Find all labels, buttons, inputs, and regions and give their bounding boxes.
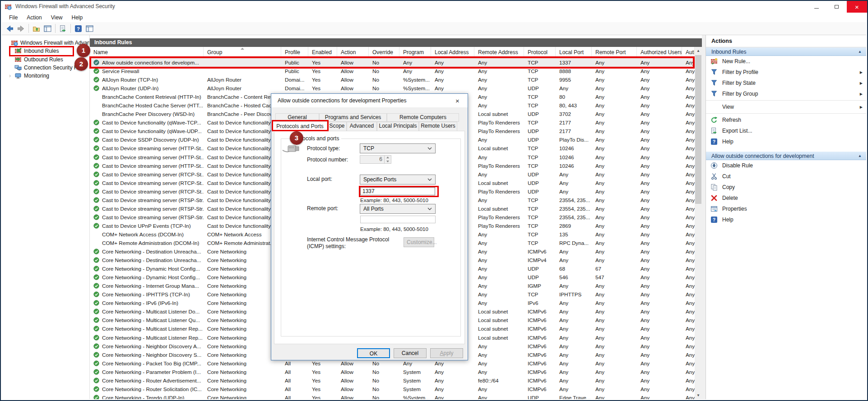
column-header-group[interactable]: Group xyxy=(204,47,281,58)
tab-protocols-and-ports[interactable]: Protocols and Ports xyxy=(273,121,327,132)
toolbar-separator xyxy=(28,24,29,33)
table-row[interactable]: Core Networking - Parameter Problem (I..… xyxy=(90,368,695,376)
action-export-list-[interactable]: Export List... xyxy=(706,125,866,136)
tab-advanced[interactable]: Advanced xyxy=(347,122,377,131)
apply-button[interactable]: Apply xyxy=(430,348,463,358)
rule-enabled-icon xyxy=(93,326,99,332)
action-delete[interactable]: Delete xyxy=(706,193,866,203)
column-header-program[interactable]: Program xyxy=(399,47,431,58)
toolbar: ? xyxy=(2,22,866,35)
table-row[interactable]: Core Networking - Router Solicitation (I… xyxy=(90,385,695,393)
panes-icon[interactable] xyxy=(42,23,53,34)
chevron-down-icon xyxy=(427,207,432,210)
svg-text:?: ? xyxy=(713,217,715,222)
column-header-remote-address[interactable]: Remote Address xyxy=(474,47,524,58)
spin-down-icon[interactable] xyxy=(385,160,391,164)
back-icon[interactable] xyxy=(4,23,15,34)
rule-enabled-icon xyxy=(93,386,99,392)
protocol-type-select[interactable]: TCP xyxy=(360,143,436,153)
close-button[interactable]: × xyxy=(847,1,867,13)
dialog-close-icon[interactable]: × xyxy=(447,94,468,107)
action-help[interactable]: ?Help xyxy=(706,136,866,147)
table-row[interactable]: AllJoyn Router (TCP-In)AllJoyn RouterDom… xyxy=(90,75,695,84)
action-properties[interactable]: Properties xyxy=(706,203,866,214)
rule-enabled-icon xyxy=(93,171,99,177)
column-header-override[interactable]: Override xyxy=(369,47,399,58)
cancel-button[interactable]: Cancel xyxy=(394,348,427,358)
action-filter-by-state[interactable]: Filter by State▶ xyxy=(706,78,866,88)
tab-remote-users[interactable]: Remote Users xyxy=(419,122,457,131)
column-header-name[interactable]: Name xyxy=(90,47,204,58)
minimize-button[interactable] xyxy=(806,1,826,13)
action-new-rule-[interactable]: New Rule... xyxy=(706,56,866,67)
firewall-app-icon xyxy=(5,3,12,10)
action-filter-by-profile[interactable]: Filter by Profile▶ xyxy=(706,67,866,78)
console-tree-icon[interactable] xyxy=(31,23,42,34)
rule-enabled-icon xyxy=(93,352,99,358)
disable-icon xyxy=(710,162,718,169)
list-scrollbar[interactable]: ▲ ▼ xyxy=(695,47,702,399)
action-filter-by-group[interactable]: Filter by Group▶ xyxy=(706,88,866,99)
actions-section-header[interactable]: Allow outside connections for developmen… xyxy=(706,152,866,160)
tab-remote-computers[interactable]: Remote Computers xyxy=(387,113,459,122)
column-header-autho[interactable]: Autho xyxy=(682,47,695,58)
expander-icon[interactable]: › xyxy=(9,73,14,79)
tree-item-inbound-rules[interactable]: Inbound Rules xyxy=(2,47,89,55)
panes-icon[interactable] xyxy=(84,23,95,34)
remote-port-input[interactable] xyxy=(360,216,436,223)
tab-scope[interactable]: Scope xyxy=(327,122,347,131)
actions-section-header[interactable]: Inbound Rules▲ xyxy=(706,47,866,56)
local-port-input[interactable] xyxy=(360,187,435,195)
forward-icon[interactable] xyxy=(15,23,27,34)
tab-programs-and-services[interactable]: Programs and Services xyxy=(319,113,387,122)
toolbar-separator xyxy=(55,24,56,33)
actions-title: Actions xyxy=(706,35,866,47)
action-disable-rule[interactable]: Disable Rule xyxy=(706,160,866,171)
column-header-profile[interactable]: Profile xyxy=(281,47,308,58)
column-header-authorized-users[interactable]: Authorized Users xyxy=(637,47,682,58)
menu-help[interactable]: Help xyxy=(67,13,88,22)
submenu-arrow-icon: ▶ xyxy=(860,92,866,96)
column-header-enabled[interactable]: Enabled xyxy=(308,47,337,58)
remote-port-select[interactable]: All Ports xyxy=(360,204,436,214)
tab-local-principals[interactable]: Local Principals xyxy=(377,122,419,131)
menu-view[interactable]: View xyxy=(46,13,67,22)
rule-enabled-icon xyxy=(93,85,99,91)
menu-action[interactable]: Action xyxy=(22,13,46,22)
menu-file[interactable]: File xyxy=(5,13,22,22)
maximize-button[interactable] xyxy=(826,1,847,13)
table-row[interactable]: Core Networking - Router Advertisement..… xyxy=(90,376,695,385)
export-icon[interactable] xyxy=(57,23,69,34)
column-header-action[interactable]: Action xyxy=(337,47,369,58)
table-row[interactable]: Service FirewallPublicYesAllowNoAnyAnyAn… xyxy=(90,67,695,75)
help-icon[interactable]: ? xyxy=(73,23,84,34)
table-row[interactable]: AllJoyn Router (UDP-In)AllJoyn RouterDom… xyxy=(90,84,695,92)
column-header-protocol[interactable]: Protocol xyxy=(524,47,556,58)
action-copy[interactable]: Copy xyxy=(706,182,866,193)
scroll-thumb[interactable] xyxy=(695,55,701,204)
local-port-select[interactable]: Specific Ports xyxy=(360,175,436,184)
column-header-local-address[interactable]: Local Address xyxy=(431,47,474,58)
column-header-local-port[interactable]: Local Port xyxy=(556,47,592,58)
tree-root-firewall[interactable]: Windows Firewall with Advanc xyxy=(2,39,89,47)
action-cut[interactable]: Cut xyxy=(706,171,866,182)
tree-item-monitoring[interactable]: ›Monitoring xyxy=(2,72,89,80)
table-row[interactable]: Allow outside connections for developm..… xyxy=(90,58,695,67)
funnel-icon xyxy=(710,69,718,76)
spin-up-icon[interactable] xyxy=(385,156,391,160)
table-row[interactable]: Core Networking - Teredo (UDP-In)Core Ne… xyxy=(90,393,695,399)
action-refresh[interactable]: Refresh xyxy=(706,115,866,125)
collapse-icon[interactable]: ▲ xyxy=(858,50,862,54)
tab-general[interactable]: General xyxy=(275,113,319,122)
rule-enabled-icon xyxy=(93,274,99,280)
collapse-icon[interactable]: ▲ xyxy=(858,154,862,158)
customize-button[interactable]: Customize... xyxy=(404,237,434,247)
scroll-down-icon[interactable]: ▼ xyxy=(695,392,702,399)
rule-enabled-icon xyxy=(93,223,99,229)
scroll-up-icon[interactable]: ▲ xyxy=(695,47,702,55)
column-header-row: NameGroupProfileEnabledActionOverridePro… xyxy=(90,47,695,58)
action-view[interactable]: View▶ xyxy=(706,101,866,112)
ok-button[interactable]: OK xyxy=(357,348,390,358)
column-header-remote-port[interactable]: Remote Port xyxy=(592,47,637,58)
action-help[interactable]: ?Help xyxy=(706,214,866,225)
